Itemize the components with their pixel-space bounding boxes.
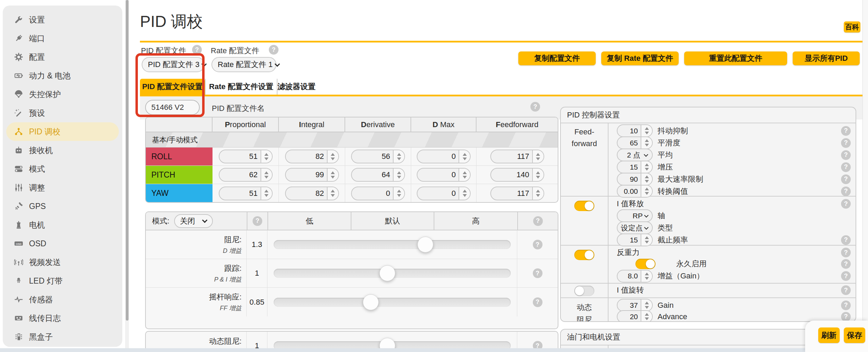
- show-all-pid-button[interactable]: 显示所有PID: [793, 51, 860, 65]
- save-button[interactable]: 保存: [844, 327, 865, 343]
- pid-yaw-d-input[interactable]: 0: [351, 187, 405, 200]
- dynamic-damping-gain-input[interactable]: 37: [617, 299, 653, 312]
- slider-thumb[interactable]: [417, 237, 433, 253]
- antigravity-toggle[interactable]: [574, 250, 594, 260]
- spinner[interactable]: [641, 137, 652, 149]
- help-icon[interactable]: ?: [841, 138, 851, 148]
- spinner[interactable]: [393, 150, 404, 163]
- help-icon[interactable]: ?: [841, 162, 851, 172]
- rate-profile-select[interactable]: Rate 配置文件 1: [211, 57, 276, 72]
- help-icon[interactable]: ?: [841, 235, 851, 245]
- spinner[interactable]: [393, 187, 404, 200]
- tab-rate-profile-settings[interactable]: Rate 配置文件设置: [205, 79, 277, 95]
- sidebar-item-pid-tuning[interactable]: PID 调校: [6, 122, 119, 141]
- sidebar-item-configuration[interactable]: 配置: [6, 48, 119, 66]
- spinner[interactable]: [532, 150, 544, 163]
- sidebar-item-led-strip[interactable]: LED 灯带: [6, 272, 119, 290]
- sidebar-item-blackbox[interactable]: 黑盒子: [6, 327, 119, 346]
- sidebar-item-power-battery[interactable]: 动力 & 电池: [6, 66, 119, 85]
- ff-input-4[interactable]: 90: [617, 173, 653, 185]
- copy-profile-button[interactable]: 复制配置文件: [518, 51, 596, 65]
- iterm-relax-type-select[interactable]: 设定点: [617, 221, 653, 234]
- iterm-relax-axes-select[interactable]: RP: [617, 209, 653, 222]
- sidebar-scrollbar-thumb[interactable]: [126, 0, 129, 321]
- pid-roll-d-input[interactable]: 56: [351, 150, 405, 163]
- sidebar-item-osd[interactable]: OSDOSD: [6, 234, 119, 253]
- slider-track[interactable]: [274, 240, 511, 249]
- spinner[interactable]: [532, 187, 544, 200]
- sidebar-item-adjustments[interactable]: 调整: [6, 178, 119, 197]
- pid-pitch-i-input[interactable]: 99: [285, 168, 339, 182]
- help-icon[interactable]: ?: [533, 216, 543, 226]
- spinner[interactable]: [641, 299, 652, 311]
- refresh-button[interactable]: 刷新: [818, 327, 840, 343]
- spinner[interactable]: [641, 173, 652, 185]
- spinner[interactable]: [327, 150, 338, 163]
- spinner[interactable]: [459, 169, 470, 181]
- help-icon[interactable]: ?: [253, 216, 262, 226]
- spinner[interactable]: [261, 169, 272, 181]
- spinner[interactable]: [459, 150, 470, 163]
- help-icon[interactable]: ?: [841, 199, 851, 209]
- help-icon[interactable]: ?: [533, 297, 542, 307]
- sidebar-item-sensors[interactable]: 传感器: [6, 290, 119, 309]
- spinner[interactable]: [641, 161, 652, 173]
- help-icon[interactable]: ?: [269, 45, 279, 55]
- antigravity-permanent-toggle[interactable]: [635, 259, 655, 269]
- help-icon[interactable]: ?: [841, 126, 851, 136]
- ff-input-0[interactable]: 10: [617, 124, 653, 137]
- iterm-rotation-toggle[interactable]: [574, 286, 594, 296]
- pid-roll-p-input[interactable]: 51: [219, 150, 273, 163]
- pid-yaw-p-input[interactable]: 51: [219, 187, 273, 200]
- ff-average-select[interactable]: 2 点: [617, 149, 653, 161]
- spinner[interactable]: [532, 169, 544, 181]
- iterm-relax-cutoff-input[interactable]: 15: [617, 234, 653, 246]
- spinner[interactable]: [327, 187, 338, 200]
- copy-rate-profile-button[interactable]: 复制 Rate 配置文件: [601, 51, 679, 65]
- window-scrollbar[interactable]: [862, 0, 868, 352]
- pid-roll-i-input[interactable]: 82: [285, 150, 339, 163]
- help-icon[interactable]: ?: [533, 240, 542, 249]
- help-icon[interactable]: ?: [841, 301, 851, 310]
- ff-input-1[interactable]: 65: [617, 136, 653, 149]
- help-icon[interactable]: ?: [530, 102, 540, 112]
- help-icon[interactable]: ?: [192, 45, 202, 55]
- spinner[interactable]: [327, 169, 338, 181]
- iterm-relax-toggle[interactable]: [574, 201, 594, 211]
- dynamic-damping-advance-input[interactable]: 20: [617, 310, 653, 322]
- help-icon[interactable]: ?: [841, 150, 851, 160]
- pid-pitch-p-input[interactable]: 62: [219, 168, 273, 182]
- reset-profile-button[interactable]: 重置此配置文件: [684, 51, 787, 65]
- slider-thumb[interactable]: [379, 265, 395, 281]
- sidebar-item-receiver[interactable]: 接收机: [6, 141, 119, 160]
- help-icon[interactable]: ?: [841, 259, 851, 269]
- sidebar-item-gps[interactable]: GPS: [6, 197, 119, 216]
- help-icon[interactable]: ?: [841, 187, 851, 196]
- pid-profile-name-input[interactable]: [145, 100, 200, 115]
- spinner[interactable]: [393, 169, 404, 181]
- spinner[interactable]: [641, 311, 652, 322]
- pid-yaw-i-input[interactable]: 82: [285, 187, 339, 200]
- pid-roll-ff-input[interactable]: 117: [490, 150, 544, 163]
- help-icon[interactable]: ?: [841, 312, 851, 322]
- slider-thumb[interactable]: [363, 294, 379, 310]
- spinner[interactable]: [641, 185, 652, 197]
- sidebar-item-setup[interactable]: 设置: [6, 10, 119, 29]
- sidebar-item-onboard-log[interactable]: 线传日志: [6, 309, 119, 327]
- spinner[interactable]: [641, 234, 652, 246]
- help-icon[interactable]: ?: [841, 285, 851, 295]
- sidebar-item-presets[interactable]: 预设: [6, 104, 119, 122]
- spinner[interactable]: [459, 187, 470, 200]
- help-icon[interactable]: ?: [841, 248, 851, 257]
- sidebar-item-ports[interactable]: 端口: [6, 29, 119, 48]
- slider-track[interactable]: [274, 298, 511, 307]
- sidebar-item-failsafe[interactable]: 失控保护: [6, 85, 119, 104]
- pid-roll-dmax-input[interactable]: 0: [417, 150, 471, 163]
- help-icon[interactable]: ?: [841, 174, 851, 184]
- spinner[interactable]: [261, 150, 272, 163]
- sidebar-item-video-tx[interactable]: 视频发送: [6, 253, 119, 272]
- pid-profile-select[interactable]: PID 配置文件 3: [142, 57, 205, 72]
- spinner[interactable]: [641, 125, 652, 136]
- ff-input-3[interactable]: 15: [617, 161, 653, 173]
- pid-pitch-ff-input[interactable]: 140: [490, 168, 544, 182]
